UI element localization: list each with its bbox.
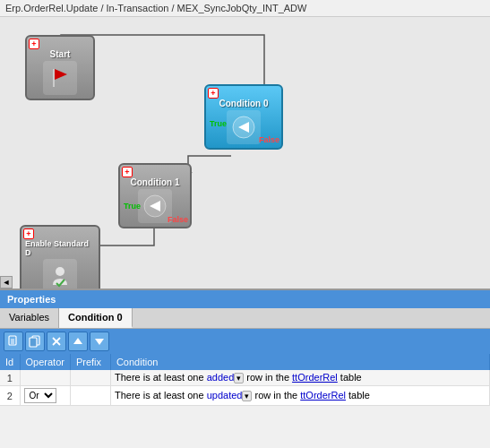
node-condition1[interactable]: + Condition 1 True False <box>118 163 192 228</box>
row2-operator-select[interactable]: Or And <box>24 388 56 403</box>
node-start-label: Start <box>50 49 71 59</box>
node-condition0[interactable]: + Condition 0 True False <box>204 84 283 150</box>
row2-cond-suffix: table <box>346 390 370 401</box>
row1-cond-prefix: There is at least one <box>115 372 207 383</box>
row2-operator[interactable]: Or And <box>20 386 70 406</box>
table-row: 1 There is at least one added▾ row in th… <box>0 370 490 386</box>
row1-id: 1 <box>0 370 20 386</box>
row2-cond-prefix: There is at least one <box>115 390 207 401</box>
condition-table: Id Operator Prefix Condition 1 There is … <box>0 354 490 406</box>
node-condition0-icon <box>227 110 261 144</box>
title-text: Erp.OrderRel.Update / In-Transaction / M… <box>5 3 306 13</box>
node-condition1-plus[interactable]: + <box>122 167 133 177</box>
title-bar: Erp.OrderRel.Update / In-Transaction / M… <box>0 0 490 17</box>
toolbar-delete-button[interactable] <box>47 332 66 351</box>
svg-rect-13 <box>30 338 37 347</box>
node-condition0-plus[interactable]: + <box>208 88 219 99</box>
toolbar <box>0 329 490 354</box>
row1-cond-middle: row in the <box>244 372 292 383</box>
svg-marker-17 <box>95 339 104 345</box>
properties-title: Properties <box>7 294 56 305</box>
node-enablestd-label: Enable Standard D <box>25 239 95 257</box>
row1-cond-suffix: table <box>338 372 362 383</box>
node-condition1-label: Condition 1 <box>131 177 180 187</box>
node-enablestd[interactable]: + Enable Standard D <box>20 225 100 290</box>
tab-condition0[interactable]: Condition 0 <box>59 308 133 328</box>
condition1-false-label: False <box>168 215 188 224</box>
svg-marker-2 <box>55 69 67 80</box>
toolbar-copy-button[interactable] <box>25 332 45 351</box>
svg-point-7 <box>56 267 64 276</box>
row2-id: 2 <box>0 386 20 406</box>
col-condition: Condition <box>110 354 489 370</box>
col-id: Id <box>0 354 20 370</box>
tab-variables[interactable]: Variables <box>0 308 59 328</box>
row1-condition: There is at least one added▾ row in the … <box>110 370 489 386</box>
toolbar-new-button[interactable] <box>4 332 23 351</box>
row1-prefix <box>70 370 110 386</box>
row2-prefix <box>70 386 110 406</box>
toolbar-down-button[interactable] <box>90 332 109 351</box>
properties-header: Properties <box>0 290 490 308</box>
row2-cond-keyword: updated <box>207 390 243 401</box>
svg-rect-1 <box>53 69 55 87</box>
condition1-true-label: True <box>124 202 141 211</box>
canvas-area[interactable]: + Start + Condition 0 True <box>0 17 490 290</box>
node-start-plus[interactable]: + <box>29 39 39 49</box>
table-row: 2 Or And There is at least one updated▾ … <box>0 386 490 406</box>
node-enablestd-plus[interactable]: + <box>23 228 34 239</box>
col-prefix: Prefix <box>70 354 110 370</box>
svg-marker-16 <box>73 338 82 344</box>
row2-cond-middle: row in the <box>252 390 300 401</box>
row1-cond-keyword: added <box>207 372 235 383</box>
node-condition0-label: Condition 0 <box>219 99 269 108</box>
condition0-true-label: True <box>210 119 227 128</box>
tab-bar: Variables Condition 0 <box>0 308 490 329</box>
row1-cond-dropdown[interactable]: ▾ <box>234 373 244 383</box>
row2-condition: There is at least one updated▾ row in th… <box>110 386 489 406</box>
properties-panel: Properties Variables Condition 0 <box>0 290 490 406</box>
node-start-icon <box>43 61 77 95</box>
node-start[interactable]: + Start <box>25 35 95 100</box>
col-operator: Operator <box>20 354 70 370</box>
toolbar-up-button[interactable] <box>68 332 88 351</box>
scroll-indicator[interactable]: ◄ <box>0 276 13 289</box>
row2-cond-table[interactable]: ttOrderRel <box>300 390 346 401</box>
node-enablestd-icon <box>43 259 77 290</box>
row2-cond-dropdown[interactable]: ▾ <box>242 391 252 401</box>
condition0-false-label: False <box>259 135 279 144</box>
row1-cond-table[interactable]: ttOrderRel <box>292 372 338 383</box>
row1-operator <box>20 370 70 386</box>
